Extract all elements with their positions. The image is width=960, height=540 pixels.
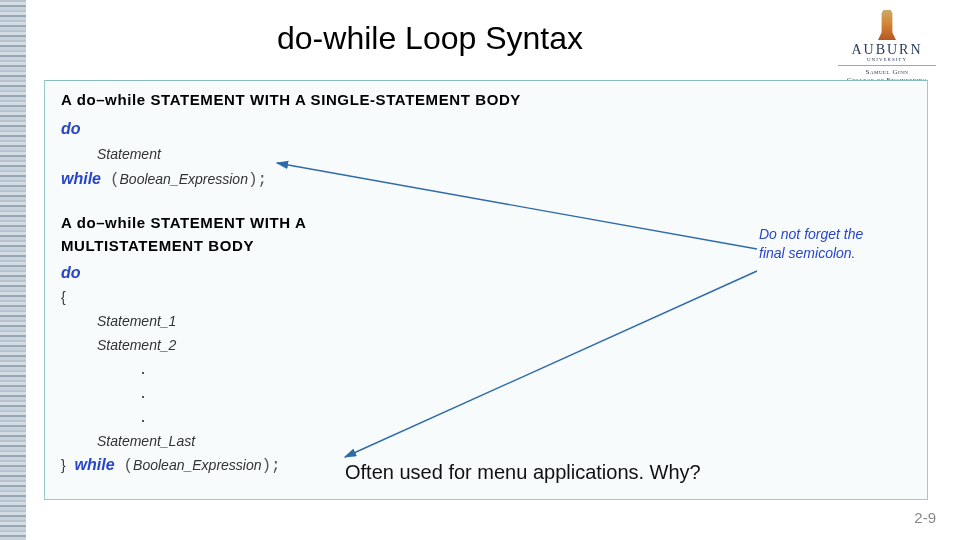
- brace-close: }: [61, 457, 66, 473]
- code-statement-last: Statement_Last: [97, 433, 195, 449]
- semicolon-note: Do not forget the final semicolon.: [759, 225, 889, 263]
- slide-title: do-while Loop Syntax: [40, 20, 820, 57]
- caption-question: Often used for menu applications. Why?: [345, 461, 701, 484]
- keyword-do: do: [61, 264, 81, 281]
- page-number: 2-9: [914, 509, 936, 526]
- keyword-while: while: [75, 456, 115, 473]
- code-ellipsis-dot: .: [141, 381, 281, 405]
- syntax-panel: A do–while STATEMENT WITH A SINGLE-STATE…: [44, 80, 928, 500]
- keyword-do: do: [61, 120, 81, 137]
- code-block-single: do Statement while (Boolean_Expression);: [61, 117, 267, 192]
- heading-multi-line1: A do–while STATEMENT WITH A: [61, 214, 306, 231]
- heading-single-statement: A do–while STATEMENT WITH A SINGLE-STATE…: [61, 91, 521, 108]
- brace-open: {: [61, 289, 66, 305]
- logo-name: AUBURN: [832, 42, 942, 58]
- logo-divider: [838, 65, 936, 66]
- logo-university: UNIVERSITY: [832, 57, 942, 62]
- code-bool-expr: Boolean_Expression: [120, 171, 248, 187]
- code-statement-2: Statement_2: [97, 337, 176, 353]
- code-statement: Statement: [97, 146, 161, 162]
- paren-close-semi: );: [262, 457, 281, 475]
- svg-line-0: [277, 163, 757, 249]
- paren-close-semi: );: [248, 171, 267, 189]
- heading-multi-statement: A do–while STATEMENT WITH A MULTISTATEME…: [61, 211, 306, 258]
- code-ellipsis-dot: .: [141, 357, 281, 381]
- keyword-while: while: [61, 170, 101, 187]
- code-statement-1: Statement_1: [97, 313, 176, 329]
- code-bool-expr: Boolean_Expression: [133, 457, 261, 473]
- heading-multi-line2: MULTISTATEMENT BODY: [61, 237, 254, 254]
- university-logo: AUBURN UNIVERSITY Samuel Ginn College of…: [832, 10, 942, 84]
- paren-open: (: [123, 457, 133, 475]
- code-block-multi: do { Statement_1 Statement_2 . . . State…: [61, 261, 281, 478]
- tower-icon: [878, 10, 896, 40]
- decorative-left-strip: [0, 0, 26, 540]
- paren-open: (: [110, 171, 120, 189]
- svg-line-1: [345, 271, 757, 457]
- code-ellipsis-dot: .: [141, 405, 281, 429]
